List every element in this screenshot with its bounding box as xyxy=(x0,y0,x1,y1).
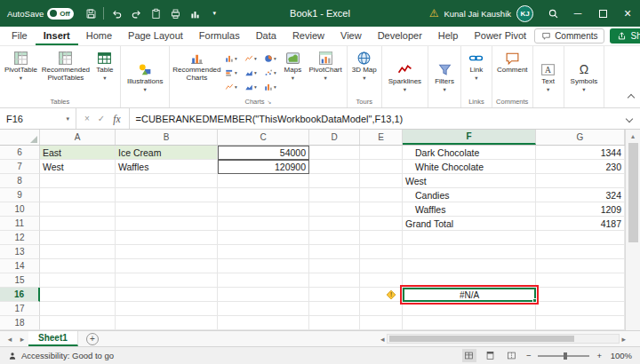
cell-E6[interactable] xyxy=(360,146,403,160)
tab-power-pivot[interactable]: Power Pivot xyxy=(466,27,534,45)
cell-F13[interactable] xyxy=(403,245,536,259)
cell-D11[interactable] xyxy=(309,217,360,231)
illustrations-button[interactable]: Illustrations ▾ xyxy=(123,48,167,107)
row-header-14[interactable]: 14 xyxy=(0,259,40,273)
cell-G7[interactable]: 230 xyxy=(536,160,625,174)
cell-C15[interactable] xyxy=(218,273,309,288)
tab-file[interactable]: File xyxy=(4,27,36,45)
clipboard-icon[interactable] xyxy=(146,3,165,24)
collapse-ribbon-icon[interactable] xyxy=(628,94,635,101)
pivottable-button[interactable]: PivotTable ▾ xyxy=(2,48,40,81)
3d-map-button[interactable]: 3D Map ▾ xyxy=(349,48,380,81)
cell-C17[interactable] xyxy=(218,302,309,316)
cell-B17[interactable] xyxy=(116,302,218,316)
sheet-nav-right-icon[interactable]: ▸ xyxy=(16,335,28,344)
cell-B13[interactable] xyxy=(116,245,218,259)
sparklines-button[interactable]: Sparklines ▾ xyxy=(384,48,426,107)
cell-B8[interactable] xyxy=(116,174,218,188)
cell-F11[interactable]: Grand Total xyxy=(403,217,536,231)
formula-input[interactable]: =CUBERANKEDMEMBER("ThisWorkbookDataModel… xyxy=(130,108,619,129)
pie-chart-button[interactable]: ▾ xyxy=(260,51,279,65)
column-chart-button[interactable]: ▾ xyxy=(221,51,240,65)
cell-A15[interactable] xyxy=(40,273,116,288)
vertical-scrollbar[interactable]: ▴ xyxy=(625,130,640,330)
scroll-up-icon[interactable]: ▴ xyxy=(631,130,635,143)
cell-D17[interactable] xyxy=(309,302,360,316)
autosave-toggle[interactable]: AutoSave Off xyxy=(7,8,74,20)
cell-E8[interactable] xyxy=(360,174,403,188)
fill-handle[interactable] xyxy=(532,298,537,303)
tab-developer[interactable]: Developer xyxy=(370,27,430,45)
horizontal-scrollbar[interactable]: ◂ ▸ xyxy=(380,334,626,344)
column-header-D[interactable]: D xyxy=(309,130,360,145)
maximize-button[interactable] xyxy=(590,0,615,27)
zoom-level[interactable]: 100% xyxy=(609,351,632,360)
cell-B14[interactable] xyxy=(116,259,218,273)
maps-button[interactable]: Maps ▾ xyxy=(279,48,306,81)
cancel-icon[interactable]: × xyxy=(84,114,90,123)
share-button[interactable]: Share ▾ xyxy=(610,28,640,44)
cell-A8[interactable] xyxy=(40,174,116,188)
error-checking-icon[interactable] xyxy=(386,289,396,300)
row-header-13[interactable]: 13 xyxy=(0,245,40,259)
cell-A16[interactable] xyxy=(40,288,116,302)
insert-function-icon[interactable]: fx xyxy=(113,114,120,124)
column-header-F[interactable]: F xyxy=(403,130,536,145)
cell-D18[interactable] xyxy=(309,316,360,330)
row-header-10[interactable]: 10 xyxy=(0,202,40,217)
row-header-8[interactable]: 8 xyxy=(0,174,40,188)
cell-G8[interactable] xyxy=(536,174,625,188)
filters-button[interactable]: Filters ▾ xyxy=(430,48,459,107)
zoom-out-button[interactable]: − xyxy=(526,351,532,360)
comment-button[interactable]: Comment xyxy=(494,48,531,75)
scatter-chart-button[interactable]: ▾ xyxy=(260,66,279,79)
cell-D13[interactable] xyxy=(309,245,360,259)
cell-B9[interactable] xyxy=(116,188,218,202)
sheet-tab-sheet1[interactable]: Sheet1 xyxy=(28,331,78,346)
row-header-16[interactable]: 16 xyxy=(0,288,40,302)
cell-C11[interactable] xyxy=(218,217,309,231)
cell-G18[interactable] xyxy=(536,316,625,330)
cell-D10[interactable] xyxy=(309,202,360,217)
recommended-pivottables-button[interactable]: Recommended PivotTables xyxy=(40,48,92,83)
cell-E15[interactable] xyxy=(360,273,403,288)
cell-F9[interactable]: Candies xyxy=(403,188,536,202)
cell-G10[interactable]: 1209 xyxy=(536,202,625,217)
cell-C8[interactable] xyxy=(218,174,309,188)
cell-G16[interactable] xyxy=(536,288,625,302)
cell-C18[interactable] xyxy=(218,316,309,330)
tab-help[interactable]: Help xyxy=(430,27,467,45)
customize-quick-access-icon[interactable]: ▾ xyxy=(204,3,224,24)
tab-insert[interactable]: Insert xyxy=(36,27,78,45)
cell-B7[interactable]: Waffles xyxy=(116,160,218,174)
cell-F10[interactable]: Waffles xyxy=(403,202,536,217)
combo-chart-button[interactable]: ▾ xyxy=(260,80,279,93)
cell-E14[interactable] xyxy=(360,259,403,273)
cell-E12[interactable] xyxy=(360,231,403,245)
cell-G11[interactable]: 4187 xyxy=(536,217,625,231)
row-header-17[interactable]: 17 xyxy=(0,302,40,316)
cell-C12[interactable] xyxy=(218,231,309,245)
cell-A11[interactable] xyxy=(40,217,116,231)
cell-A14[interactable] xyxy=(40,259,116,273)
cell-F6[interactable]: Dark Chocolate xyxy=(403,146,536,160)
stock-chart-button[interactable]: ▾ xyxy=(221,80,240,93)
area-chart-button[interactable]: ▾ xyxy=(241,66,260,79)
cell-B16[interactable] xyxy=(116,288,218,302)
normal-view-icon[interactable] xyxy=(462,349,476,362)
cell-E10[interactable] xyxy=(360,202,403,217)
horizontal-scroll-track[interactable] xyxy=(387,334,620,344)
cell-E17[interactable] xyxy=(360,302,403,316)
cell-D15[interactable] xyxy=(309,273,360,288)
cell-E11[interactable] xyxy=(360,217,403,231)
cell-D9[interactable] xyxy=(309,188,360,202)
redo-icon[interactable] xyxy=(126,3,146,24)
column-header-B[interactable]: B xyxy=(116,130,218,145)
cell-D14[interactable] xyxy=(309,259,360,273)
chart-icon[interactable] xyxy=(185,3,204,24)
scroll-right-icon[interactable]: ▸ xyxy=(621,335,626,344)
cell-B10[interactable] xyxy=(116,202,218,217)
column-header-A[interactable]: A xyxy=(40,130,116,145)
tab-formulas[interactable]: Formulas xyxy=(191,27,248,45)
cell-G15[interactable] xyxy=(536,273,625,288)
